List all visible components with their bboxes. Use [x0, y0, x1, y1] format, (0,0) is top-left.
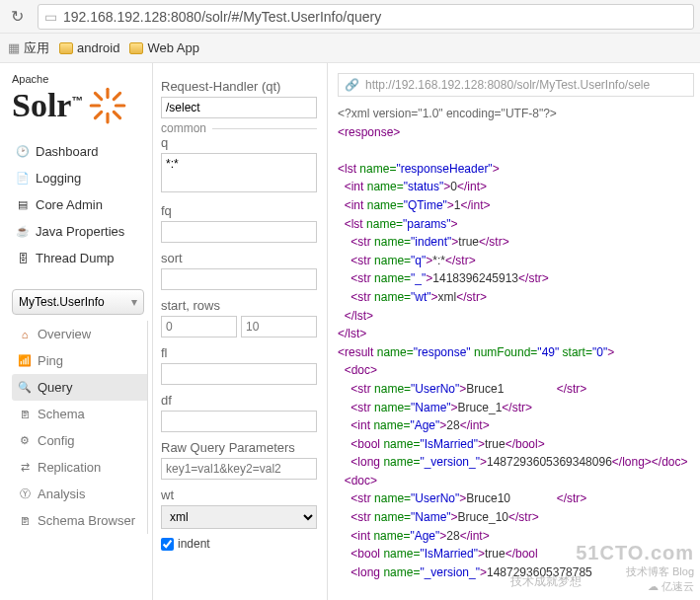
java-icon: ☕ [16, 225, 30, 239]
label-q: q [161, 135, 317, 150]
bookmark-android[interactable]: android [59, 40, 119, 55]
nav-coreadmin[interactable]: ▤Core Admin [12, 191, 148, 218]
core-nav: ⌂Overview 📶Ping 🔍Query 🖹Schema ⚙Config ⇄… [12, 321, 148, 534]
label-fl: fl [161, 345, 317, 360]
label-wt: wt [161, 488, 317, 502]
thread-icon: 🗄 [16, 252, 30, 265]
core-selector[interactable]: MyTest.UserInfo ▾ [12, 289, 144, 315]
ping-icon: 📶 [18, 354, 32, 368]
logo-apache: Apache [12, 73, 148, 85]
subnav-ping[interactable]: 📶Ping [12, 347, 147, 374]
start-input[interactable] [161, 316, 237, 338]
label-start-rows: start, rows [161, 298, 317, 313]
replication-icon: ⇄ [18, 461, 32, 475]
label-fq: fq [161, 203, 317, 218]
subnav-overview[interactable]: ⌂Overview [12, 321, 147, 347]
wt-select[interactable]: xml [161, 505, 317, 529]
main-nav: 🕑Dashboard 📄Logging ▤Core Admin ☕Java Pr… [12, 138, 148, 271]
fl-input[interactable] [161, 363, 317, 385]
analysis-icon: Ⓨ [18, 488, 32, 501]
label-sort: sort [161, 251, 317, 265]
raw-input[interactable] [161, 458, 317, 480]
url-text: 192.168.192.128:8080/solr/#/MyTest.UserI… [63, 9, 381, 25]
sun-icon [87, 85, 128, 126]
df-input[interactable] [161, 411, 317, 432]
nav-threaddump[interactable]: 🗄Thread Dump [12, 245, 148, 271]
label-request-handler: Request-Handler (qt) [161, 79, 317, 94]
folder-icon [59, 42, 73, 54]
folder-icon [129, 42, 143, 54]
chevron-down-icon: ▾ [131, 295, 137, 309]
indent-checkbox[interactable] [161, 538, 174, 551]
common-divider: common [161, 128, 317, 129]
solr-logo: Apache Solr™ [12, 73, 148, 126]
subnav-schemabrowser[interactable]: 🖹Schema Browser [12, 507, 147, 534]
subnav-schema[interactable]: 🖹Schema [12, 401, 147, 427]
log-icon: 📄 [16, 172, 30, 186]
label-df: df [161, 393, 317, 408]
core-icon: ▤ [16, 198, 30, 212]
nav-logging[interactable]: 📄Logging [12, 165, 148, 191]
subnav-config[interactable]: ⚙Config [12, 427, 147, 454]
bookmark-webapp[interactable]: Web App [129, 40, 199, 55]
xml-output: <?xml version="1.0" encoding="UTF-8"?> <… [338, 105, 694, 581]
search-icon: 🔍 [18, 381, 32, 395]
sidebar: Apache Solr™ 🕑Dashboard 📄Logging ▤Core A… [0, 63, 152, 600]
result-url-text: http://192.168.192.128:8080/solr/MyTest.… [365, 78, 650, 92]
sort-input[interactable] [161, 268, 317, 290]
result-panel: 🔗 http://192.168.192.128:8080/solr/MyTes… [328, 63, 700, 600]
schema-icon: 🖹 [18, 408, 32, 421]
nav-dashboard[interactable]: 🕑Dashboard [12, 138, 148, 165]
result-url[interactable]: 🔗 http://192.168.192.128:8080/solr/MyTes… [338, 73, 694, 97]
page-icon: ▭ [44, 9, 57, 25]
home-icon: ⌂ [18, 328, 32, 341]
subnav-query[interactable]: 🔍Query [12, 374, 147, 401]
address-bar[interactable]: ▭ 192.168.192.128:8080/solr/#/MyTest.Use… [38, 4, 694, 30]
q-input[interactable]: *:* [161, 153, 317, 192]
bookmarks-bar: ▦应用 android Web App [0, 34, 700, 63]
label-indent: indent [178, 537, 210, 551]
logo-solr: Solr™ [12, 87, 83, 124]
request-handler-input[interactable] [161, 97, 317, 118]
subnav-replication[interactable]: ⇄Replication [12, 454, 147, 481]
reload-button[interactable]: ↻ [6, 7, 28, 26]
bookmark-apps[interactable]: ▦应用 [8, 39, 49, 57]
gear-icon: ⚙ [18, 434, 32, 448]
nav-javaprops[interactable]: ☕Java Properties [12, 218, 148, 245]
rows-input[interactable] [241, 316, 317, 338]
label-raw: Raw Query Parameters [161, 440, 317, 455]
core-selector-value: MyTest.UserInfo [19, 295, 105, 309]
link-icon: 🔗 [345, 78, 359, 92]
subnav-analysis[interactable]: ⓎAnalysis [12, 481, 147, 507]
query-form: Request-Handler (qt) common q *:* fq sor… [152, 63, 328, 600]
fq-input[interactable] [161, 221, 317, 243]
browser-icon: 🖹 [18, 514, 32, 528]
gauge-icon: 🕑 [16, 145, 30, 159]
